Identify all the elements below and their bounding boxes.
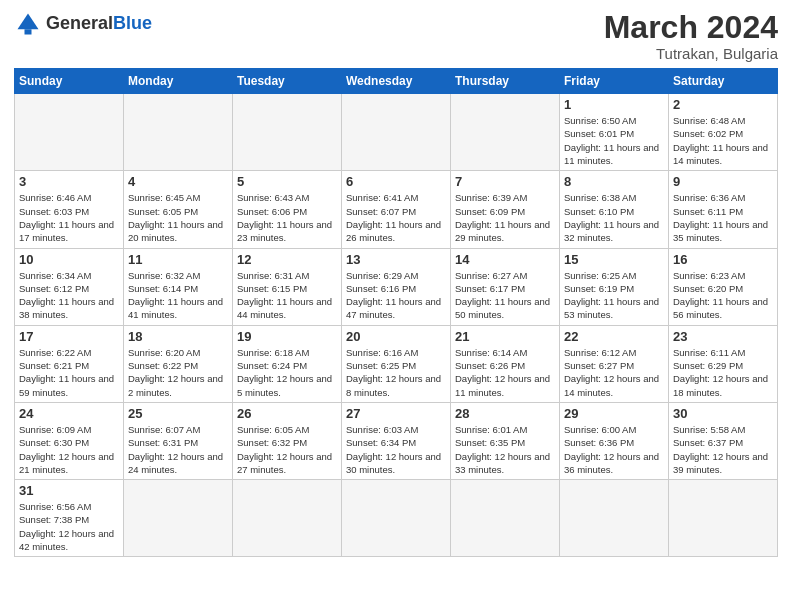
- day-number: 12: [237, 252, 337, 267]
- calendar-cell: 28Sunrise: 6:01 AM Sunset: 6:35 PM Dayli…: [451, 402, 560, 479]
- day-info: Sunrise: 6:45 AM Sunset: 6:05 PM Dayligh…: [128, 191, 228, 244]
- day-number: 27: [346, 406, 446, 421]
- day-info: Sunrise: 6:31 AM Sunset: 6:15 PM Dayligh…: [237, 269, 337, 322]
- calendar-cell: [233, 480, 342, 557]
- calendar-cell: 19Sunrise: 6:18 AM Sunset: 6:24 PM Dayli…: [233, 325, 342, 402]
- day-number: 16: [673, 252, 773, 267]
- calendar-cell: 16Sunrise: 6:23 AM Sunset: 6:20 PM Dayli…: [669, 248, 778, 325]
- day-number: 29: [564, 406, 664, 421]
- calendar-cell: 18Sunrise: 6:20 AM Sunset: 6:22 PM Dayli…: [124, 325, 233, 402]
- day-info: Sunrise: 6:50 AM Sunset: 6:01 PM Dayligh…: [564, 114, 664, 167]
- day-number: 9: [673, 174, 773, 189]
- calendar-cell: 27Sunrise: 6:03 AM Sunset: 6:34 PM Dayli…: [342, 402, 451, 479]
- calendar-cell: [560, 480, 669, 557]
- day-info: Sunrise: 6:11 AM Sunset: 6:29 PM Dayligh…: [673, 346, 773, 399]
- calendar-cell: 10Sunrise: 6:34 AM Sunset: 6:12 PM Dayli…: [15, 248, 124, 325]
- day-number: 18: [128, 329, 228, 344]
- logo-general: General: [46, 14, 113, 34]
- day-info: Sunrise: 6:14 AM Sunset: 6:26 PM Dayligh…: [455, 346, 555, 399]
- calendar-cell: 13Sunrise: 6:29 AM Sunset: 6:16 PM Dayli…: [342, 248, 451, 325]
- calendar-cell: [233, 94, 342, 171]
- day-info: Sunrise: 6:07 AM Sunset: 6:31 PM Dayligh…: [128, 423, 228, 476]
- calendar-cell: [124, 480, 233, 557]
- weekday-header-saturday: Saturday: [669, 69, 778, 94]
- calendar-cell: 6Sunrise: 6:41 AM Sunset: 6:07 PM Daylig…: [342, 171, 451, 248]
- calendar-week-2: 10Sunrise: 6:34 AM Sunset: 6:12 PM Dayli…: [15, 248, 778, 325]
- day-info: Sunrise: 6:18 AM Sunset: 6:24 PM Dayligh…: [237, 346, 337, 399]
- day-number: 13: [346, 252, 446, 267]
- calendar-cell: 7Sunrise: 6:39 AM Sunset: 6:09 PM Daylig…: [451, 171, 560, 248]
- calendar-cell: 5Sunrise: 6:43 AM Sunset: 6:06 PM Daylig…: [233, 171, 342, 248]
- day-number: 10: [19, 252, 119, 267]
- calendar-cell: 17Sunrise: 6:22 AM Sunset: 6:21 PM Dayli…: [15, 325, 124, 402]
- day-number: 11: [128, 252, 228, 267]
- calendar-cell: 21Sunrise: 6:14 AM Sunset: 6:26 PM Dayli…: [451, 325, 560, 402]
- weekday-header-tuesday: Tuesday: [233, 69, 342, 94]
- month-year-title: March 2024: [604, 10, 778, 45]
- day-number: 22: [564, 329, 664, 344]
- location-subtitle: Tutrakan, Bulgaria: [604, 45, 778, 62]
- day-info: Sunrise: 6:39 AM Sunset: 6:09 PM Dayligh…: [455, 191, 555, 244]
- day-info: Sunrise: 6:43 AM Sunset: 6:06 PM Dayligh…: [237, 191, 337, 244]
- day-number: 19: [237, 329, 337, 344]
- calendar-cell: 22Sunrise: 6:12 AM Sunset: 6:27 PM Dayli…: [560, 325, 669, 402]
- day-number: 15: [564, 252, 664, 267]
- day-number: 8: [564, 174, 664, 189]
- day-info: Sunrise: 6:27 AM Sunset: 6:17 PM Dayligh…: [455, 269, 555, 322]
- day-number: 1: [564, 97, 664, 112]
- day-number: 20: [346, 329, 446, 344]
- calendar-week-0: 1Sunrise: 6:50 AM Sunset: 6:01 PM Daylig…: [15, 94, 778, 171]
- day-info: Sunrise: 6:12 AM Sunset: 6:27 PM Dayligh…: [564, 346, 664, 399]
- calendar-cell: 9Sunrise: 6:36 AM Sunset: 6:11 PM Daylig…: [669, 171, 778, 248]
- day-number: 25: [128, 406, 228, 421]
- calendar-cell: 15Sunrise: 6:25 AM Sunset: 6:19 PM Dayli…: [560, 248, 669, 325]
- day-info: Sunrise: 6:05 AM Sunset: 6:32 PM Dayligh…: [237, 423, 337, 476]
- day-number: 23: [673, 329, 773, 344]
- weekday-header-monday: Monday: [124, 69, 233, 94]
- weekday-header-thursday: Thursday: [451, 69, 560, 94]
- calendar-cell: 3Sunrise: 6:46 AM Sunset: 6:03 PM Daylig…: [15, 171, 124, 248]
- calendar-week-1: 3Sunrise: 6:46 AM Sunset: 6:03 PM Daylig…: [15, 171, 778, 248]
- day-info: Sunrise: 6:03 AM Sunset: 6:34 PM Dayligh…: [346, 423, 446, 476]
- day-info: Sunrise: 6:46 AM Sunset: 6:03 PM Dayligh…: [19, 191, 119, 244]
- calendar-cell: 23Sunrise: 6:11 AM Sunset: 6:29 PM Dayli…: [669, 325, 778, 402]
- day-number: 7: [455, 174, 555, 189]
- day-info: Sunrise: 6:20 AM Sunset: 6:22 PM Dayligh…: [128, 346, 228, 399]
- calendar-cell: 24Sunrise: 6:09 AM Sunset: 6:30 PM Dayli…: [15, 402, 124, 479]
- day-info: Sunrise: 6:25 AM Sunset: 6:19 PM Dayligh…: [564, 269, 664, 322]
- day-info: Sunrise: 6:56 AM Sunset: 7:38 PM Dayligh…: [19, 500, 119, 553]
- day-number: 4: [128, 174, 228, 189]
- calendar-cell: 29Sunrise: 6:00 AM Sunset: 6:36 PM Dayli…: [560, 402, 669, 479]
- day-number: 28: [455, 406, 555, 421]
- calendar-cell: 30Sunrise: 5:58 AM Sunset: 6:37 PM Dayli…: [669, 402, 778, 479]
- svg-rect-1: [25, 29, 32, 34]
- calendar-cell: 26Sunrise: 6:05 AM Sunset: 6:32 PM Dayli…: [233, 402, 342, 479]
- calendar-cell: [15, 94, 124, 171]
- calendar-cell: 1Sunrise: 6:50 AM Sunset: 6:01 PM Daylig…: [560, 94, 669, 171]
- weekday-header-wednesday: Wednesday: [342, 69, 451, 94]
- calendar-cell: [342, 480, 451, 557]
- calendar-cell: 31Sunrise: 6:56 AM Sunset: 7:38 PM Dayli…: [15, 480, 124, 557]
- day-info: Sunrise: 6:09 AM Sunset: 6:30 PM Dayligh…: [19, 423, 119, 476]
- title-section: March 2024 Tutrakan, Bulgaria: [604, 10, 778, 62]
- day-number: 26: [237, 406, 337, 421]
- day-info: Sunrise: 6:00 AM Sunset: 6:36 PM Dayligh…: [564, 423, 664, 476]
- svg-marker-0: [18, 14, 39, 30]
- weekday-header-friday: Friday: [560, 69, 669, 94]
- page: GeneralBlue March 2024 Tutrakan, Bulgari…: [0, 0, 792, 567]
- day-number: 24: [19, 406, 119, 421]
- calendar-cell: [342, 94, 451, 171]
- day-info: Sunrise: 6:16 AM Sunset: 6:25 PM Dayligh…: [346, 346, 446, 399]
- day-number: 31: [19, 483, 119, 498]
- day-info: Sunrise: 6:36 AM Sunset: 6:11 PM Dayligh…: [673, 191, 773, 244]
- day-info: Sunrise: 5:58 AM Sunset: 6:37 PM Dayligh…: [673, 423, 773, 476]
- calendar-cell: [124, 94, 233, 171]
- day-info: Sunrise: 6:32 AM Sunset: 6:14 PM Dayligh…: [128, 269, 228, 322]
- day-info: Sunrise: 6:41 AM Sunset: 6:07 PM Dayligh…: [346, 191, 446, 244]
- calendar-cell: [451, 94, 560, 171]
- logo-blue: Blue: [113, 14, 152, 34]
- calendar-cell: 25Sunrise: 6:07 AM Sunset: 6:31 PM Dayli…: [124, 402, 233, 479]
- day-number: 30: [673, 406, 773, 421]
- day-info: Sunrise: 6:01 AM Sunset: 6:35 PM Dayligh…: [455, 423, 555, 476]
- day-info: Sunrise: 6:34 AM Sunset: 6:12 PM Dayligh…: [19, 269, 119, 322]
